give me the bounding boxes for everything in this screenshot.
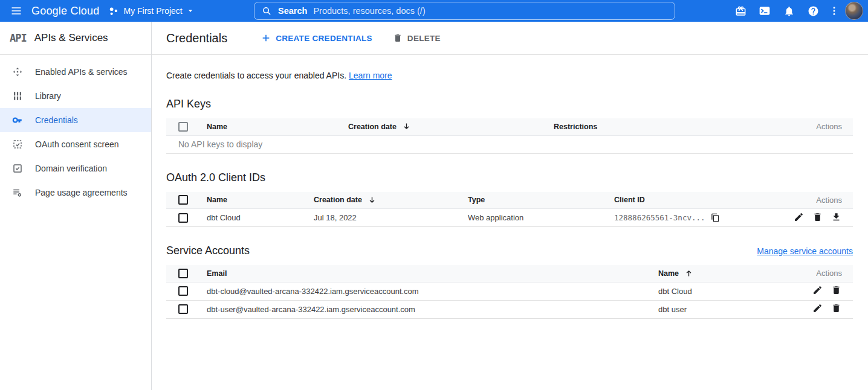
copy-icon[interactable] [711, 213, 720, 222]
delete-icon[interactable] [831, 285, 842, 296]
select-all-checkbox[interactable] [178, 269, 188, 278]
client-type-cell: Web application [468, 209, 614, 227]
main-toolbar: Credentials CREATE CREDENTIALS DELETE [152, 22, 868, 55]
library-icon [12, 91, 23, 101]
delete-icon [393, 33, 403, 43]
intro-sentence: Create credentials to access your enable… [166, 71, 346, 80]
sidebar-item-label: Page usage agreements [35, 188, 128, 197]
sidebar-header: API APIs & Services [0, 22, 151, 55]
header-actions [730, 0, 863, 22]
column-header-name[interactable]: Name [658, 265, 805, 282]
row-checkbox[interactable] [178, 286, 188, 296]
gift-icon[interactable] [730, 1, 751, 21]
cloud-shell-icon[interactable] [754, 1, 775, 21]
project-selector[interactable]: My First Project [108, 5, 193, 17]
empty-state-row: No API keys to display [166, 135, 853, 153]
row-checkbox[interactable] [178, 304, 188, 314]
sort-descending-icon [368, 196, 377, 205]
sidebar: API APIs & Services Enabled APIs & servi… [0, 22, 152, 390]
client-id-cell: 128886265561-3ncv... [614, 209, 780, 227]
table-row: dbt-cloud@vaulted-arcana-332422.iam.gser… [166, 282, 853, 300]
delete-label: DELETE [407, 34, 441, 43]
service-accounts-heading: Service Accounts [166, 245, 250, 257]
api-keys-heading: API Keys [166, 98, 853, 110]
sidebar-item-credentials[interactable]: Credentials [0, 108, 151, 132]
table-header-row: Email Name Actions [166, 265, 853, 282]
oauth-clients-table: Name Creation date Type Client ID Actio [166, 192, 853, 228]
google-cloud-logo[interactable]: Google Cloud [31, 5, 99, 18]
column-header-client-id[interactable]: Client ID [614, 192, 780, 209]
avatar[interactable] [845, 2, 863, 20]
plus-icon [261, 33, 271, 43]
sidebar-item-label: Domain verification [35, 164, 107, 173]
sidebar-item-page-usage[interactable]: Page usage agreements [0, 181, 151, 205]
manage-service-accounts-link[interactable]: Manage service accounts [757, 246, 853, 256]
search-input[interactable]: Search Products, resources, docs (/) [254, 2, 675, 20]
help-icon[interactable] [803, 1, 823, 21]
table-row: dbt Cloud Jul 18, 2022 Web application 1… [166, 209, 853, 227]
domain-verification-icon [12, 163, 23, 174]
table-header-row: Name Creation date Restrictions Actions [166, 118, 853, 135]
oauth-heading: OAuth 2.0 Client IDs [166, 171, 853, 184]
api-logo-icon: API [10, 32, 27, 44]
create-credentials-label: CREATE CREDENTIALS [276, 34, 372, 43]
create-credentials-button[interactable]: CREATE CREDENTIALS [261, 33, 372, 43]
sort-descending-icon [402, 122, 411, 131]
column-header-type[interactable]: Type [468, 192, 614, 209]
caret-down-icon [187, 7, 194, 14]
column-header-actions: Actions [805, 265, 853, 282]
sidebar-item-label: OAuth consent screen [35, 139, 119, 149]
delete-icon[interactable] [831, 303, 842, 314]
delete-icon[interactable] [812, 212, 823, 223]
sidebar-item-library[interactable]: Library [0, 84, 151, 108]
download-icon[interactable] [831, 212, 842, 223]
sort-ascending-icon [684, 269, 693, 278]
menu-icon[interactable] [6, 1, 27, 21]
email-cell: dbt-user@vaulted-arcana-332422.iam.gserv… [207, 300, 658, 318]
column-header-name[interactable]: Name [207, 118, 348, 135]
notifications-icon[interactable] [779, 1, 799, 21]
column-header-name[interactable]: Name [207, 192, 314, 209]
row-checkbox[interactable] [178, 213, 188, 223]
column-header-creation-date[interactable]: Creation date [314, 192, 468, 209]
edit-icon[interactable] [812, 303, 823, 314]
enabled-apis-icon [12, 66, 23, 77]
edit-icon[interactable] [812, 285, 823, 296]
service-accounts-table: Email Name Actions [166, 265, 853, 319]
client-name-cell: dbt Cloud [207, 209, 314, 227]
name-cell: dbt Cloud [658, 282, 805, 300]
learn-more-link[interactable]: Learn more [349, 71, 392, 80]
select-all-checkbox[interactable] [178, 122, 188, 132]
column-header-actions: Actions [780, 192, 853, 209]
sidebar-item-oauth-consent[interactable]: OAuth consent screen [0, 132, 151, 156]
edit-icon[interactable] [794, 212, 805, 223]
oauth-consent-icon [12, 139, 23, 150]
column-header-restrictions[interactable]: Restrictions [554, 118, 792, 135]
table-header-row: Name Creation date Type Client ID Actio [166, 192, 853, 209]
client-id-value: 128886265561-3ncv... [614, 213, 705, 222]
sidebar-title: APIs & Services [34, 32, 108, 44]
api-keys-table: Name Creation date Restrictions Actions [166, 118, 853, 154]
more-vert-icon[interactable] [827, 1, 841, 21]
intro-text: Create credentials to access your enable… [166, 71, 853, 80]
sidebar-item-label: Enabled APIs & services [35, 67, 128, 77]
column-header-creation-date[interactable]: Creation date [348, 118, 554, 135]
sidebar-item-label: Library [35, 91, 61, 101]
delete-button[interactable]: DELETE [393, 33, 441, 43]
select-all-checkbox[interactable] [178, 195, 188, 205]
table-row: dbt-user@vaulted-arcana-332422.iam.gserv… [166, 300, 853, 318]
search-icon [262, 6, 272, 16]
sidebar-item-label: Credentials [35, 115, 78, 125]
column-header-actions: Actions [792, 118, 853, 135]
column-header-email[interactable]: Email [207, 265, 658, 282]
sidebar-item-domain-verification[interactable]: Domain verification [0, 156, 151, 181]
creation-date-cell: Jul 18, 2022 [314, 209, 468, 227]
sidebar-item-enabled-apis[interactable]: Enabled APIs & services [0, 60, 151, 84]
project-grid-icon [108, 5, 119, 17]
name-cell: dbt user [658, 300, 805, 318]
key-icon [12, 115, 23, 126]
app-header: Google Cloud My First Project Search Pro… [0, 0, 868, 22]
page-title: Credentials [166, 31, 227, 45]
search-label: Search [278, 6, 307, 16]
empty-state-text: No API keys to display [166, 135, 853, 153]
